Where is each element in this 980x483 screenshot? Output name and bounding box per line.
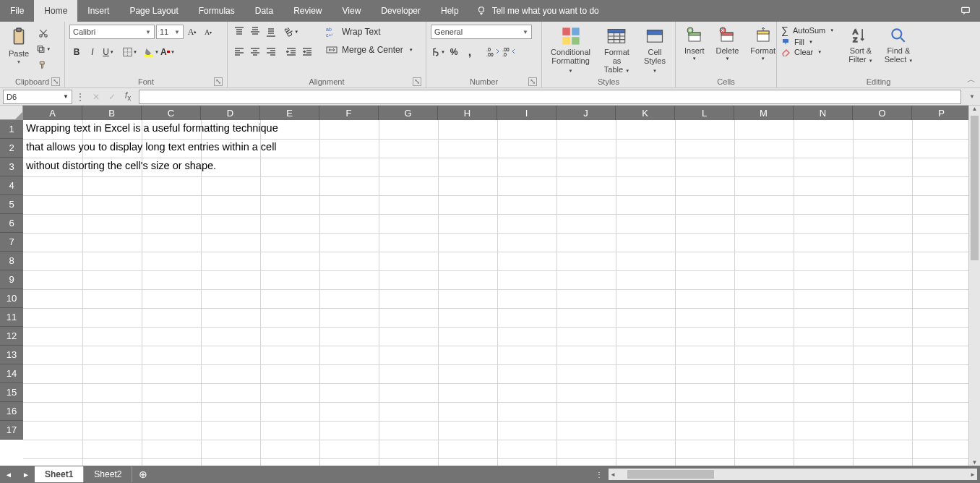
number-launcher[interactable]: ⤡ bbox=[528, 77, 537, 86]
conditional-formatting-button[interactable]: ConditionalFormatting ▼ bbox=[546, 25, 595, 77]
column-header-j[interactable]: J bbox=[556, 106, 616, 120]
underline-button[interactable]: U▼ bbox=[101, 45, 116, 59]
column-header-d[interactable]: D bbox=[201, 106, 260, 120]
row-header-1[interactable]: 1 bbox=[0, 120, 23, 139]
row-header-5[interactable]: 5 bbox=[0, 195, 23, 214]
wrap-text-button[interactable]: abc↵ Wrap Text bbox=[323, 25, 416, 39]
horizontal-scrollbar[interactable]: ◄ ► bbox=[609, 469, 977, 480]
tab-data[interactable]: Data bbox=[245, 0, 283, 22]
border-button[interactable]: ▼ bbox=[123, 45, 137, 59]
comments-icon[interactable] bbox=[951, 0, 980, 22]
tab-help[interactable]: Help bbox=[431, 0, 469, 22]
column-header-k[interactable]: K bbox=[616, 106, 675, 120]
tab-page-layout[interactable]: Page Layout bbox=[119, 0, 188, 22]
collapse-ribbon-button[interactable]: ︿ bbox=[967, 74, 976, 86]
find-select-button[interactable]: Find &Select ▼ bbox=[880, 25, 918, 67]
row-header-9[interactable]: 9 bbox=[0, 270, 23, 289]
column-header-o[interactable]: O bbox=[853, 106, 912, 120]
format-cells-button[interactable]: Format▼ bbox=[746, 25, 780, 62]
font-size-select[interactable]: 11▼ bbox=[156, 25, 184, 39]
comma-button[interactable]: , bbox=[463, 45, 477, 59]
name-box-expand[interactable]: ⋮ bbox=[72, 92, 88, 102]
bold-button[interactable]: B bbox=[69, 45, 84, 59]
column-header-b[interactable]: B bbox=[82, 106, 142, 120]
accounting-format-button[interactable]: ▼ bbox=[431, 45, 445, 59]
tab-view[interactable]: View bbox=[332, 0, 371, 22]
shrink-font-button[interactable]: A▾ bbox=[201, 25, 215, 39]
row-header-15[interactable]: 15 bbox=[0, 383, 23, 402]
row-header-4[interactable]: 4 bbox=[0, 176, 23, 195]
row-header-17[interactable]: 17 bbox=[0, 421, 23, 440]
sheet-tab-2[interactable]: Sheet2 bbox=[84, 466, 132, 482]
align-left-button[interactable] bbox=[232, 45, 246, 59]
column-header-c[interactable]: C bbox=[142, 106, 201, 120]
tab-file[interactable]: File bbox=[0, 0, 34, 22]
cell-a3[interactable]: without distorting the cell's size or sh… bbox=[23, 160, 216, 171]
enter-formula-button[interactable]: ✓ bbox=[104, 92, 120, 102]
row-header-8[interactable]: 8 bbox=[0, 252, 23, 270]
copy-button[interactable]: ▼ bbox=[36, 42, 51, 56]
row-header-6[interactable]: 6 bbox=[0, 214, 23, 233]
paste-button[interactable]: Paste ▼ bbox=[4, 25, 33, 66]
name-box[interactable]: D6▼ bbox=[3, 90, 72, 104]
row-header-12[interactable]: 12 bbox=[0, 327, 23, 346]
font-launcher[interactable]: ⤡ bbox=[214, 77, 223, 86]
cell-a2[interactable]: that allows you to display long text ent… bbox=[23, 141, 277, 153]
align-center-button[interactable] bbox=[248, 45, 262, 59]
cut-button[interactable] bbox=[36, 26, 51, 40]
column-header-g[interactable]: G bbox=[379, 106, 438, 120]
number-format-select[interactable]: General▼ bbox=[431, 25, 532, 39]
tab-formulas[interactable]: Formulas bbox=[189, 0, 245, 22]
column-header-l[interactable]: L bbox=[675, 106, 734, 120]
column-header-n[interactable]: N bbox=[794, 106, 853, 120]
tab-review[interactable]: Review bbox=[283, 0, 332, 22]
cell-a1[interactable]: Wrapping text in Excel is a useful forma… bbox=[23, 122, 278, 134]
alignment-launcher[interactable]: ⤡ bbox=[413, 77, 421, 86]
sort-filter-button[interactable]: AZ Sort &Filter ▼ bbox=[844, 25, 877, 67]
row-header-16[interactable]: 16 bbox=[0, 402, 23, 421]
column-header-e[interactable]: E bbox=[260, 106, 319, 120]
fill-color-button[interactable]: ▼ bbox=[145, 45, 159, 59]
font-name-select[interactable]: Calibri▼ bbox=[69, 25, 155, 39]
font-color-button[interactable]: A▼ bbox=[160, 45, 175, 59]
formula-bar[interactable] bbox=[139, 90, 961, 104]
column-header-f[interactable]: F bbox=[319, 106, 379, 120]
cancel-formula-button[interactable]: ✕ bbox=[88, 92, 104, 102]
clipboard-launcher[interactable]: ⤡ bbox=[51, 77, 60, 86]
increase-decimal-button[interactable]: .0.00 bbox=[486, 45, 500, 59]
align-top-button[interactable] bbox=[232, 25, 246, 39]
decrease-indent-button[interactable] bbox=[284, 45, 298, 59]
row-header-14[interactable]: 14 bbox=[0, 364, 23, 383]
tell-me-input[interactable] bbox=[492, 6, 637, 16]
tab-insert[interactable]: Insert bbox=[77, 0, 119, 22]
insert-cells-button[interactable]: Insert▼ bbox=[680, 25, 709, 62]
split-handle[interactable]: ⋮ bbox=[596, 471, 603, 479]
column-header-h[interactable]: H bbox=[438, 106, 497, 120]
orientation-button[interactable]: ab▼ bbox=[284, 25, 298, 39]
column-header-m[interactable]: M bbox=[734, 106, 794, 120]
row-header-2[interactable]: 2 bbox=[0, 139, 23, 158]
format-painter-button[interactable] bbox=[36, 58, 51, 72]
increase-indent-button[interactable] bbox=[300, 45, 314, 59]
format-as-table-button[interactable]: Format asTable ▼ bbox=[598, 25, 636, 77]
vertical-scrollbar[interactable]: ▲ ▼ bbox=[968, 106, 980, 466]
column-header-i[interactable]: I bbox=[497, 106, 556, 120]
row-header-7[interactable]: 7 bbox=[0, 233, 23, 252]
tab-developer[interactable]: Developer bbox=[371, 0, 431, 22]
sheet-nav-next[interactable]: ► bbox=[17, 471, 35, 479]
delete-cells-button[interactable]: Delete▼ bbox=[712, 25, 744, 62]
tab-home[interactable]: Home bbox=[34, 0, 77, 22]
row-header-3[interactable]: 3 bbox=[0, 158, 23, 176]
align-right-button[interactable] bbox=[264, 45, 278, 59]
insert-function-button[interactable]: fx bbox=[120, 90, 136, 102]
italic-button[interactable]: I bbox=[85, 45, 100, 59]
clear-button[interactable]: Clear▼ bbox=[781, 48, 834, 56]
row-header-13[interactable]: 13 bbox=[0, 346, 23, 364]
fill-button[interactable]: Fill▼ bbox=[781, 38, 834, 46]
grow-font-button[interactable]: A▴ bbox=[185, 25, 199, 39]
cell-styles-button[interactable]: CellStyles ▼ bbox=[639, 25, 671, 77]
column-header-p[interactable]: P bbox=[912, 106, 971, 120]
add-sheet-button[interactable]: ⊕ bbox=[132, 469, 154, 480]
percent-button[interactable]: % bbox=[447, 45, 461, 59]
expand-formula-bar[interactable]: ▼ bbox=[964, 93, 980, 100]
